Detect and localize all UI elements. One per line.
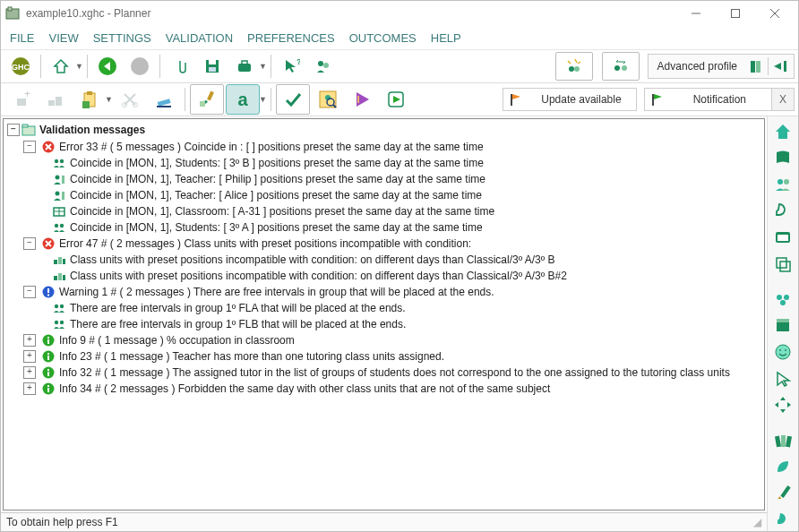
search-person-button[interactable] [312,85,344,114]
tree-root[interactable]: − Validation messages [7,121,760,139]
menu-view[interactable]: VIEW [48,31,78,45]
svg-point-111 [776,345,790,359]
ghc-button[interactable]: GHC [5,53,36,80]
side-window-icon[interactable] [770,226,795,249]
notification-label: Notification [668,93,771,106]
side-smiley-icon[interactable] [770,340,795,364]
svg-text:+: + [24,90,30,100]
tree-node[interactable]: Coincide in [MON, 1], Students: [ 3º A ]… [7,219,760,236]
side-head-icon[interactable] [770,200,795,223]
side-move-icon[interactable] [770,393,795,416]
stack-pieces-button[interactable] [39,85,72,114]
menu-validation[interactable]: VALIDATION [166,31,233,45]
play-purple-button[interactable] [346,85,378,114]
side-book-icon[interactable] [770,147,795,170]
tree-node-text: Info 9 # ( 1 message ) % occupation in c… [59,334,295,347]
clipboard-button[interactable] [73,85,106,114]
briefcase-dropdown-icon[interactable]: ▼ [259,62,267,71]
tree-node[interactable]: Coincide in [MON, 1], Students: [ 3º B ]… [7,155,760,171]
expand-icon[interactable]: + [23,366,36,379]
maximize-button[interactable] [716,1,755,26]
students-icon [52,220,66,235]
letter-a-button[interactable]: a [226,84,260,115]
tree-node[interactable]: There are free intervals in group 1º FLB… [7,316,760,332]
exchange-button[interactable] [602,52,640,81]
tree-node[interactable]: Coincide in [MON, 1], Classroom: [ A-31 … [7,203,760,219]
side-book2-icon[interactable] [770,314,795,338]
tree-node[interactable]: Class units with preset positions incomp… [7,252,760,268]
side-cursor-icon[interactable] [770,367,795,390]
side-pencil-icon[interactable] [770,482,795,505]
tree-node[interactable]: −Warning 1 # ( 2 messages ) There are fr… [7,284,760,300]
tree-node-text: There are free intervals in group 1º FLA… [70,302,406,314]
update-label: Update available [527,93,635,106]
tree-node[interactable]: +Info 34 # ( 2 messages ) Forbidden the … [7,381,760,397]
tree-node[interactable]: −Error 33 # ( 5 messages ) Coincide in :… [7,139,760,155]
add-piece-button[interactable]: + [5,85,38,114]
expand-icon[interactable]: + [23,382,36,395]
students-icon [52,156,66,170]
tree-node[interactable]: −Error 47 # ( 2 messages ) Class units w… [7,236,760,252]
users-button[interactable] [308,53,339,80]
home-dropdown-icon[interactable]: ▼ [75,62,83,71]
tree-node[interactable]: +Info 23 # ( 1 message ) Teacher has mor… [7,348,760,365]
attach-button[interactable] [165,53,195,80]
svg-point-86 [60,321,64,324]
save-button[interactable] [197,53,228,80]
side-leaf-icon[interactable] [770,455,795,478]
side-copies-icon[interactable] [770,253,795,276]
collapse-icon[interactable]: − [23,141,36,153]
expand-icon[interactable]: + [23,350,36,363]
side-group-icon[interactable] [770,287,795,311]
a-dropdown-icon[interactable]: ▼ [259,95,267,104]
tree-node[interactable]: There are free intervals in group 1º FLA… [7,300,760,316]
menu-preferences[interactable]: PREFERENCES [247,31,335,45]
menubar: FILE VIEW SETTINGS VALIDATION PREFERENCE… [1,26,798,50]
side-books3-icon[interactable] [770,429,795,452]
collapse-icon[interactable]: − [23,286,36,298]
svg-rect-94 [47,372,49,376]
clipboard-dropdown-icon[interactable]: ▼ [105,95,113,104]
menu-settings[interactable]: SETTINGS [93,31,151,45]
tree-node[interactable]: Coincide in [MON, 1], Teacher: [ Philip … [7,171,760,187]
tree-node[interactable]: +Info 9 # ( 1 message ) % occupation in … [7,332,760,348]
briefcase-button[interactable] [229,53,260,80]
side-head2-icon[interactable] [770,508,795,531]
home-button[interactable] [46,53,76,80]
expand-icon[interactable]: + [23,334,36,347]
svg-rect-3 [732,10,740,18]
svg-rect-89 [47,337,49,339]
validation-tree[interactable]: − Validation messages −Error 33 # ( 5 me… [3,118,765,511]
books-icon[interactable] [746,58,768,74]
svg-rect-38 [158,99,171,106]
tree-node[interactable]: +Info 32 # ( 1 message ) The assigned tu… [7,365,760,381]
svg-point-20 [323,63,329,68]
side-people-icon[interactable] [770,173,795,196]
resize-grip-icon[interactable]: ◢ [753,516,761,528]
svg-rect-65 [62,192,64,200]
update-available-panel[interactable]: Update available [503,88,636,111]
minimize-button[interactable] [676,1,716,26]
cut-button[interactable] [114,85,146,114]
close-button[interactable] [755,1,795,26]
brush-button[interactable] [190,84,224,115]
play-green-button[interactable] [380,85,412,114]
menu-help[interactable]: HELP [431,31,461,45]
tree-node[interactable]: Coincide in [MON, 1], Teacher: [ Alice ]… [7,187,760,203]
menu-outcomes[interactable]: OUTCOMES [349,31,417,45]
svg-rect-34 [87,91,92,95]
notification-close-button[interactable]: X [771,89,794,110]
collapse-icon[interactable]: − [7,124,20,136]
svg-rect-53 [652,94,654,106]
check-button[interactable] [276,84,310,115]
help-pointer-button[interactable]: ? [276,53,306,80]
svg-marker-117 [775,402,778,408]
back-button[interactable] [92,53,123,80]
tree-node[interactable]: Class units with preset positions incomp… [7,268,760,284]
collapse-icon[interactable]: − [23,237,36,250]
eraser-button[interactable] [148,85,180,114]
side-home-icon[interactable] [770,120,795,143]
wizard-button[interactable] [555,52,593,81]
menu-file[interactable]: FILE [10,31,34,45]
go-arrow-icon[interactable] [769,59,794,73]
